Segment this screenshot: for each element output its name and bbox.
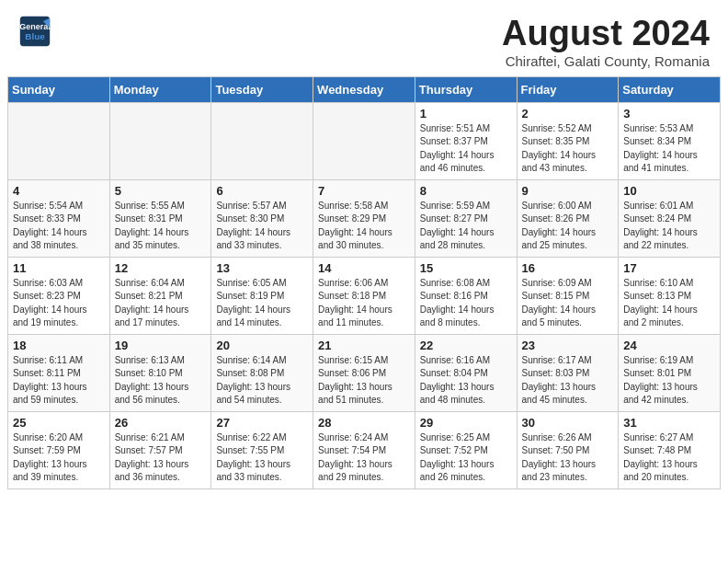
day-info: Sunrise: 6:21 AM Sunset: 7:57 PM Dayligh…	[115, 431, 207, 485]
day-info: Sunrise: 6:00 AM Sunset: 8:26 PM Dayligh…	[522, 200, 614, 253]
day-info: Sunrise: 6:17 AM Sunset: 8:03 PM Dayligh…	[522, 354, 614, 408]
day-number: 13	[216, 261, 308, 275]
day-number: 9	[522, 184, 614, 198]
day-info: Sunrise: 5:53 AM Sunset: 8:34 PM Dayligh…	[623, 122, 715, 176]
calendar-cell	[313, 102, 415, 179]
logo-icon: General Blue	[18, 15, 51, 48]
day-number: 29	[420, 416, 512, 430]
calendar-cell: 3Sunrise: 5:53 AM Sunset: 8:34 PM Daylig…	[619, 102, 721, 179]
day-number: 1	[420, 107, 512, 121]
day-info: Sunrise: 6:08 AM Sunset: 8:16 PM Dayligh…	[420, 277, 512, 330]
calendar-cell: 29Sunrise: 6:25 AM Sunset: 7:52 PM Dayli…	[415, 411, 517, 488]
calendar-weekday-thursday: Thursday	[415, 76, 517, 102]
calendar-cell: 22Sunrise: 6:16 AM Sunset: 8:04 PM Dayli…	[415, 334, 517, 411]
calendar-cell: 11Sunrise: 6:03 AM Sunset: 8:23 PM Dayli…	[8, 257, 110, 334]
day-number: 18	[13, 339, 105, 352]
day-info: Sunrise: 6:05 AM Sunset: 8:19 PM Dayligh…	[216, 277, 308, 330]
calendar-cell: 7Sunrise: 5:58 AM Sunset: 8:29 PM Daylig…	[313, 179, 415, 257]
day-number: 24	[623, 339, 715, 352]
day-info: Sunrise: 6:20 AM Sunset: 7:59 PM Dayligh…	[13, 431, 105, 485]
day-number: 8	[420, 184, 512, 198]
calendar-cell: 8Sunrise: 5:59 AM Sunset: 8:27 PM Daylig…	[415, 179, 517, 257]
calendar-cell: 17Sunrise: 6:10 AM Sunset: 8:13 PM Dayli…	[619, 257, 721, 334]
page-title: August 2024	[502, 15, 710, 53]
calendar-cell: 15Sunrise: 6:08 AM Sunset: 8:16 PM Dayli…	[415, 257, 517, 334]
day-info: Sunrise: 6:26 AM Sunset: 7:50 PM Dayligh…	[522, 431, 614, 485]
logo: General Blue	[18, 15, 51, 48]
calendar-container: SundayMondayTuesdayWednesdayThursdayFrid…	[0, 76, 728, 497]
day-number: 15	[420, 261, 512, 275]
calendar-weekday-monday: Monday	[109, 76, 211, 102]
day-info: Sunrise: 6:13 AM Sunset: 8:10 PM Dayligh…	[115, 354, 207, 408]
calendar-week-2: 4Sunrise: 5:54 AM Sunset: 8:33 PM Daylig…	[8, 179, 721, 257]
svg-text:Blue: Blue	[25, 31, 45, 41]
day-number: 11	[13, 261, 105, 275]
day-info: Sunrise: 6:24 AM Sunset: 7:54 PM Dayligh…	[318, 431, 410, 485]
calendar-cell: 13Sunrise: 6:05 AM Sunset: 8:19 PM Dayli…	[211, 257, 313, 334]
calendar-weekday-saturday: Saturday	[619, 76, 721, 102]
calendar-week-1: 1Sunrise: 5:51 AM Sunset: 8:37 PM Daylig…	[8, 102, 721, 179]
page-subtitle: Chiraftei, Galati County, Romania	[502, 53, 710, 69]
calendar-cell: 30Sunrise: 6:26 AM Sunset: 7:50 PM Dayli…	[517, 411, 619, 488]
calendar-header-row: SundayMondayTuesdayWednesdayThursdayFrid…	[8, 76, 721, 102]
calendar-cell: 28Sunrise: 6:24 AM Sunset: 7:54 PM Dayli…	[313, 411, 415, 488]
day-number: 30	[522, 416, 614, 430]
day-info: Sunrise: 5:57 AM Sunset: 8:30 PM Dayligh…	[216, 200, 308, 253]
day-number: 22	[420, 339, 512, 352]
day-info: Sunrise: 6:11 AM Sunset: 8:11 PM Dayligh…	[13, 354, 105, 408]
calendar-cell	[8, 102, 110, 179]
calendar-weekday-tuesday: Tuesday	[211, 76, 313, 102]
calendar-cell: 24Sunrise: 6:19 AM Sunset: 8:01 PM Dayli…	[619, 334, 721, 411]
day-number: 21	[318, 339, 410, 352]
calendar-cell: 12Sunrise: 6:04 AM Sunset: 8:21 PM Dayli…	[109, 257, 211, 334]
day-number: 25	[13, 416, 105, 430]
day-info: Sunrise: 5:59 AM Sunset: 8:27 PM Dayligh…	[420, 200, 512, 253]
calendar-cell: 27Sunrise: 6:22 AM Sunset: 7:55 PM Dayli…	[211, 411, 313, 488]
day-number: 19	[115, 339, 207, 352]
day-number: 28	[318, 416, 410, 430]
calendar-cell: 14Sunrise: 6:06 AM Sunset: 8:18 PM Dayli…	[313, 257, 415, 334]
calendar-cell: 26Sunrise: 6:21 AM Sunset: 7:57 PM Dayli…	[109, 411, 211, 488]
calendar-weekday-wednesday: Wednesday	[313, 76, 415, 102]
calendar-cell: 1Sunrise: 5:51 AM Sunset: 8:37 PM Daylig…	[415, 102, 517, 179]
day-number: 26	[115, 416, 207, 430]
day-number: 4	[13, 184, 105, 198]
day-number: 31	[623, 416, 715, 430]
calendar-cell: 19Sunrise: 6:13 AM Sunset: 8:10 PM Dayli…	[109, 334, 211, 411]
day-info: Sunrise: 5:54 AM Sunset: 8:33 PM Dayligh…	[13, 200, 105, 253]
day-number: 10	[623, 184, 715, 198]
day-info: Sunrise: 6:27 AM Sunset: 7:48 PM Dayligh…	[623, 431, 715, 485]
calendar-cell	[211, 102, 313, 179]
title-block: August 2024 Chiraftei, Galati County, Ro…	[502, 15, 710, 69]
day-number: 20	[216, 339, 308, 352]
day-info: Sunrise: 6:19 AM Sunset: 8:01 PM Dayligh…	[623, 354, 715, 408]
calendar-weekday-friday: Friday	[517, 76, 619, 102]
day-info: Sunrise: 6:22 AM Sunset: 7:55 PM Dayligh…	[216, 431, 308, 485]
day-info: Sunrise: 6:10 AM Sunset: 8:13 PM Dayligh…	[623, 277, 715, 330]
day-number: 7	[318, 184, 410, 198]
calendar-cell: 5Sunrise: 5:55 AM Sunset: 8:31 PM Daylig…	[109, 179, 211, 257]
calendar-cell: 23Sunrise: 6:17 AM Sunset: 8:03 PM Dayli…	[517, 334, 619, 411]
day-number: 23	[522, 339, 614, 352]
day-info: Sunrise: 6:06 AM Sunset: 8:18 PM Dayligh…	[318, 277, 410, 330]
calendar-week-3: 11Sunrise: 6:03 AM Sunset: 8:23 PM Dayli…	[8, 257, 721, 334]
calendar-cell: 16Sunrise: 6:09 AM Sunset: 8:15 PM Dayli…	[517, 257, 619, 334]
calendar-weekday-sunday: Sunday	[8, 76, 110, 102]
day-number: 17	[623, 261, 715, 275]
calendar-week-4: 18Sunrise: 6:11 AM Sunset: 8:11 PM Dayli…	[8, 334, 721, 411]
day-info: Sunrise: 6:04 AM Sunset: 8:21 PM Dayligh…	[115, 277, 207, 330]
calendar-cell: 6Sunrise: 5:57 AM Sunset: 8:30 PM Daylig…	[211, 179, 313, 257]
calendar-cell: 25Sunrise: 6:20 AM Sunset: 7:59 PM Dayli…	[8, 411, 110, 488]
calendar-table: SundayMondayTuesdayWednesdayThursdayFrid…	[7, 76, 721, 489]
calendar-cell: 31Sunrise: 6:27 AM Sunset: 7:48 PM Dayli…	[619, 411, 721, 488]
calendar-cell: 2Sunrise: 5:52 AM Sunset: 8:35 PM Daylig…	[517, 102, 619, 179]
day-info: Sunrise: 6:03 AM Sunset: 8:23 PM Dayligh…	[13, 277, 105, 330]
day-info: Sunrise: 5:55 AM Sunset: 8:31 PM Dayligh…	[115, 200, 207, 253]
day-info: Sunrise: 6:14 AM Sunset: 8:08 PM Dayligh…	[216, 354, 308, 408]
calendar-cell: 9Sunrise: 6:00 AM Sunset: 8:26 PM Daylig…	[517, 179, 619, 257]
day-number: 6	[216, 184, 308, 198]
day-info: Sunrise: 5:52 AM Sunset: 8:35 PM Dayligh…	[522, 122, 614, 176]
day-info: Sunrise: 6:01 AM Sunset: 8:24 PM Dayligh…	[623, 200, 715, 253]
calendar-week-5: 25Sunrise: 6:20 AM Sunset: 7:59 PM Dayli…	[8, 411, 721, 488]
calendar-cell: 21Sunrise: 6:15 AM Sunset: 8:06 PM Dayli…	[313, 334, 415, 411]
